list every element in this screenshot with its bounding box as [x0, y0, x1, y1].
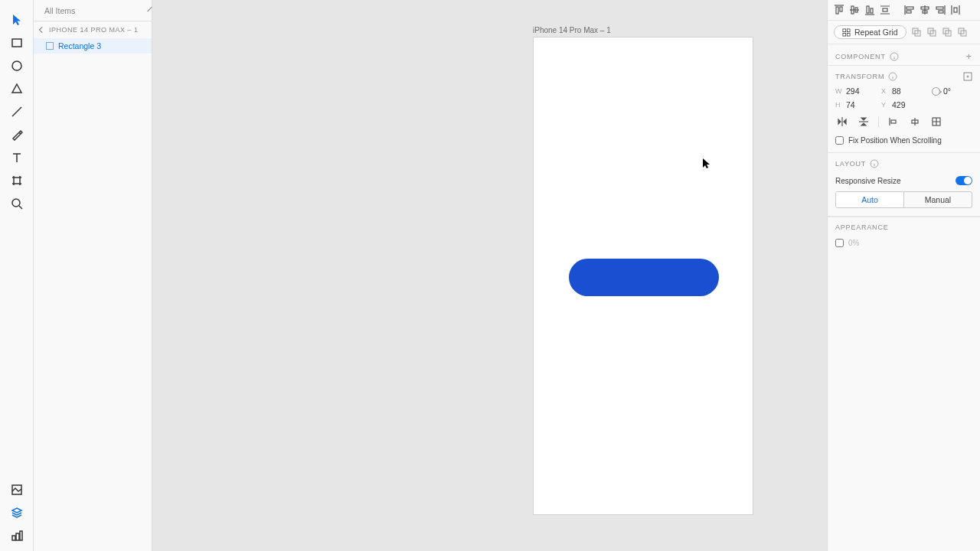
assets-panel-icon[interactable] — [6, 481, 28, 499]
opacity-value: 0% — [848, 239, 859, 247]
line-tool-icon[interactable] — [6, 103, 28, 121]
svg-rect-15 — [906, 7, 913, 9]
align-vcenter-icon[interactable] — [848, 3, 861, 17]
constrain-left-icon[interactable] — [887, 116, 900, 127]
zoom-tool-icon[interactable] — [6, 194, 28, 213]
transform-section-label: TRANSFORM — [835, 73, 884, 80]
svg-rect-14 — [883, 8, 887, 11]
boolean-subtract-icon[interactable] — [926, 27, 937, 37]
polygon-tool-icon[interactable] — [6, 80, 28, 98]
properties-panel: Repeat Grid COMPONENT + TRANSFORM W X H … — [827, 0, 980, 551]
fix-position-checkbox[interactable] — [835, 136, 844, 145]
svg-point-2 — [12, 199, 20, 207]
distribute-h-icon[interactable] — [949, 3, 962, 17]
flip-vertical-icon[interactable] — [857, 116, 871, 127]
layout-section-head: LAYOUT — [828, 153, 980, 171]
cursor-icon — [703, 158, 710, 172]
breadcrumb[interactable]: IPHONE 14 PRO MAX – 1 — [34, 21, 152, 38]
repeat-grid-label: Repeat Grid — [854, 28, 898, 37]
transform-origin-icon[interactable] — [963, 72, 972, 81]
constrain-both-icon[interactable] — [929, 116, 943, 127]
layers-panel-icon[interactable] — [6, 504, 28, 522]
plugins-panel-icon[interactable] — [6, 527, 28, 545]
info-icon[interactable] — [888, 72, 897, 81]
align-left-icon[interactable] — [903, 3, 916, 17]
y-input[interactable] — [892, 100, 924, 109]
rectangle-tool-icon[interactable] — [6, 34, 28, 52]
ellipse-tool-icon[interactable] — [6, 57, 28, 75]
svg-rect-22 — [843, 28, 846, 31]
repeat-grid-row: Repeat Grid — [828, 21, 980, 44]
opacity-checkbox[interactable] — [835, 239, 844, 247]
boolean-exclude-icon[interactable] — [957, 27, 968, 37]
svg-rect-36 — [964, 73, 972, 80]
chevron-left-icon[interactable] — [39, 27, 45, 33]
component-section-label: COMPONENT — [835, 53, 886, 60]
resize-mode-segment: Auto Manual — [835, 191, 972, 208]
svg-rect-5 — [16, 533, 19, 540]
responsive-resize-label: Responsive Resize — [835, 177, 901, 185]
height-input[interactable] — [846, 100, 878, 109]
svg-rect-13 — [871, 8, 873, 13]
height-label: H — [835, 101, 843, 109]
resize-auto-tab[interactable]: Auto — [836, 192, 904, 207]
width-label: W — [835, 87, 843, 95]
fix-position-row: Fix Position When Scrolling — [828, 132, 980, 153]
rotation-icon — [932, 87, 940, 96]
svg-rect-19 — [936, 7, 943, 9]
responsive-resize-toggle[interactable] — [956, 176, 972, 185]
layer-item-selected[interactable]: Rectangle 3 — [34, 38, 152, 54]
appearance-section-head: APPEARANCE — [828, 217, 980, 234]
pen-tool-icon[interactable] — [6, 126, 28, 144]
artboard[interactable] — [533, 37, 753, 515]
svg-rect-25 — [847, 33, 850, 36]
constrain-center-icon[interactable] — [908, 116, 922, 127]
add-component-icon[interactable]: + — [966, 51, 972, 62]
svg-rect-16 — [906, 11, 911, 13]
boolean-add-icon[interactable] — [911, 27, 922, 37]
svg-rect-8 — [836, 7, 838, 14]
y-label: Y — [881, 101, 889, 109]
rectangle-layer-icon — [46, 42, 54, 50]
info-icon[interactable] — [870, 159, 879, 168]
align-row — [828, 0, 980, 21]
svg-rect-23 — [847, 28, 850, 31]
flip-horizontal-icon[interactable] — [835, 116, 849, 127]
layers-search-input[interactable] — [44, 6, 145, 15]
component-section-head: COMPONENT + — [828, 44, 980, 65]
info-icon[interactable] — [890, 52, 899, 61]
x-input[interactable] — [892, 86, 924, 96]
transform-section-head: TRANSFORM — [828, 66, 980, 84]
artboard-tool-icon[interactable] — [6, 171, 28, 190]
align-top-icon[interactable] — [832, 3, 846, 17]
select-tool-icon[interactable] — [6, 11, 28, 29]
rectangle-shape[interactable] — [569, 259, 719, 296]
align-right-icon[interactable] — [933, 3, 947, 17]
chevron-down-icon[interactable] — [147, 7, 152, 11]
artboard-title[interactable]: iPhone 14 Pro Max – 1 — [533, 26, 611, 34]
responsive-resize-row: Responsive Resize — [828, 171, 980, 190]
width-input[interactable] — [846, 86, 878, 96]
opacity-row: 0% — [828, 234, 980, 252]
svg-rect-38 — [891, 120, 896, 123]
svg-point-37 — [967, 76, 969, 77]
rotation-input[interactable] — [943, 86, 963, 96]
svg-rect-20 — [939, 11, 943, 13]
design-canvas[interactable]: iPhone 14 Pro Max – 1 — [152, 0, 827, 551]
text-tool-icon[interactable] — [6, 148, 28, 167]
breadcrumb-label: IPHONE 14 PRO MAX – 1 — [49, 26, 139, 34]
svg-rect-24 — [843, 33, 846, 36]
layers-panel: IPHONE 14 PRO MAX – 1 Rectangle 3 — [34, 0, 152, 551]
boolean-intersect-icon[interactable] — [942, 27, 952, 37]
align-hcenter-icon[interactable] — [918, 3, 932, 17]
layer-item-label: Rectangle 3 — [58, 41, 101, 51]
svg-rect-21 — [954, 8, 957, 12]
layers-search-row — [34, 0, 152, 21]
fix-position-label: Fix Position When Scrolling — [848, 136, 942, 145]
align-bottom-icon[interactable] — [863, 3, 877, 17]
repeat-grid-button[interactable]: Repeat Grid — [834, 25, 906, 39]
resize-manual-tab[interactable]: Manual — [904, 192, 972, 207]
tool-strip — [0, 0, 34, 551]
distribute-v-icon[interactable] — [878, 3, 892, 17]
appearance-section-label: APPEARANCE — [835, 223, 889, 231]
